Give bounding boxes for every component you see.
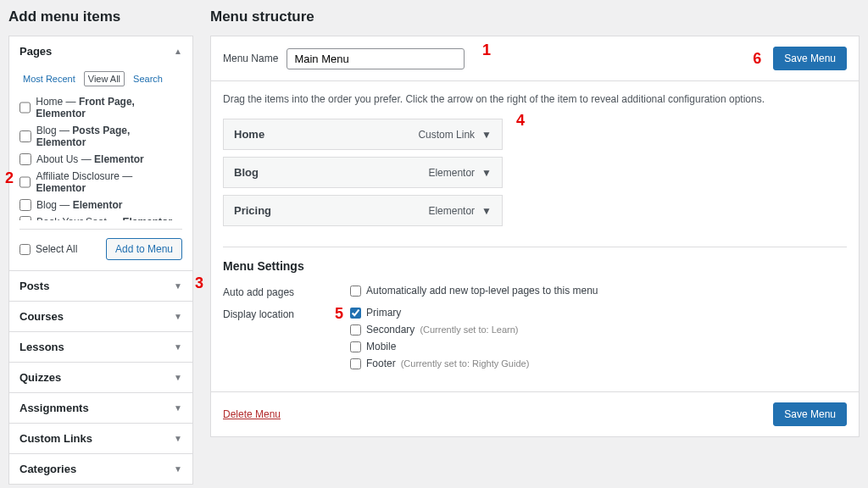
auto-add-option[interactable]: Automatically add new top-level pages to…: [350, 285, 598, 297]
page-checkbox[interactable]: [19, 130, 31, 142]
page-checkbox[interactable]: [19, 153, 31, 165]
caret-down-icon: ▼: [174, 312, 182, 321]
panel-posts[interactable]: Posts▼: [9, 271, 192, 301]
add-menu-items-heading: Add menu items: [8, 8, 193, 25]
annotation-3: 3: [195, 274, 203, 292]
caret-down-icon: ▼: [481, 129, 492, 141]
caret-down-icon: ▼: [174, 281, 182, 291]
location-footer-checkbox[interactable]: [350, 358, 361, 369]
caret-down-icon: ▼: [174, 464, 182, 474]
display-location-label: Display location: [223, 307, 350, 374]
caret-down-icon: ▼: [174, 342, 182, 352]
caret-down-icon: ▼: [481, 205, 492, 217]
location-primary[interactable]: Primary: [350, 307, 529, 319]
auto-add-checkbox[interactable]: [350, 286, 361, 297]
caret-down-icon: ▼: [174, 434, 182, 443]
caret-down-icon: ▼: [174, 403, 182, 413]
menu-structure-heading: Menu structure: [210, 8, 860, 25]
menu-settings-heading: Menu Settings: [223, 259, 847, 273]
add-to-menu-button[interactable]: Add to Menu: [106, 238, 182, 260]
location-primary-checkbox[interactable]: [350, 308, 361, 319]
pages-panel-header[interactable]: Pages ▲: [9, 36, 192, 66]
select-all-checkbox[interactable]: [19, 244, 31, 255]
page-checkbox[interactable]: [19, 102, 31, 114]
panel-quizzes[interactable]: Quizzes▼: [9, 363, 192, 392]
annotation-4: 4: [516, 112, 525, 130]
menu-name-label: Menu Name: [223, 53, 278, 64]
location-secondary[interactable]: Secondary (Currently set to: Learn): [350, 324, 529, 336]
panel-categories[interactable]: Categories▼: [9, 454, 192, 484]
auto-add-pages-label: Auto add pages: [223, 285, 350, 302]
caret-up-icon: ▲: [174, 47, 182, 56]
tab-view-all[interactable]: View All: [84, 71, 125, 86]
panel-lessons[interactable]: Lessons▼: [9, 332, 192, 362]
pages-list[interactable]: Home — Front Page, Elementor Blog — Post…: [19, 93, 182, 220]
page-item[interactable]: About Us — Elementor: [19, 151, 179, 168]
annotation-6: 6: [753, 50, 761, 68]
panel-custom-links[interactable]: Custom Links▼: [9, 424, 192, 453]
caret-down-icon: ▼: [174, 373, 182, 382]
page-checkbox[interactable]: [19, 176, 31, 188]
select-all-label[interactable]: Select All: [19, 243, 77, 255]
page-item[interactable]: Affiliate Disclosure — Elementor: [19, 168, 179, 197]
page-item[interactable]: Home — Front Page, Elementor: [19, 93, 179, 122]
save-menu-button-top[interactable]: Save Menu: [773, 47, 847, 70]
tab-most-recent[interactable]: Most Recent: [19, 71, 79, 86]
page-checkbox[interactable]: [19, 216, 31, 220]
location-footer[interactable]: Footer (Currently set to: Righty Guide): [350, 358, 529, 369]
tab-search[interactable]: Search: [130, 71, 166, 86]
pages-panel: Pages ▲ Most Recent View All Search Home…: [8, 36, 193, 271]
menu-item-blog[interactable]: Blog Elementor▼: [223, 157, 503, 188]
page-item[interactable]: Book Your Seat — Elementor: [19, 214, 179, 220]
delete-menu-link[interactable]: Delete Menu: [223, 408, 281, 420]
location-secondary-checkbox[interactable]: [350, 324, 361, 336]
page-item[interactable]: Blog — Posts Page, Elementor: [19, 122, 179, 151]
menu-instructions: Drag the items into the order you prefer…: [223, 93, 847, 105]
panel-courses[interactable]: Courses▼: [9, 302, 192, 331]
pages-panel-title: Pages: [19, 45, 52, 58]
menu-item-home[interactable]: Home Custom Link▼: [223, 119, 503, 150]
caret-down-icon: ▼: [481, 167, 492, 179]
location-mobile[interactable]: Mobile: [350, 341, 529, 352]
page-checkbox[interactable]: [19, 199, 31, 211]
panel-assignments[interactable]: Assignments▼: [9, 393, 192, 423]
annotation-1: 1: [482, 42, 491, 59]
menu-item-pricing[interactable]: Pricing Elementor▼: [223, 195, 503, 226]
location-mobile-checkbox[interactable]: [350, 341, 361, 352]
page-item[interactable]: Blog — Elementor: [19, 197, 179, 214]
save-menu-button-bottom[interactable]: Save Menu: [773, 402, 847, 426]
menu-name-input[interactable]: [287, 48, 465, 69]
